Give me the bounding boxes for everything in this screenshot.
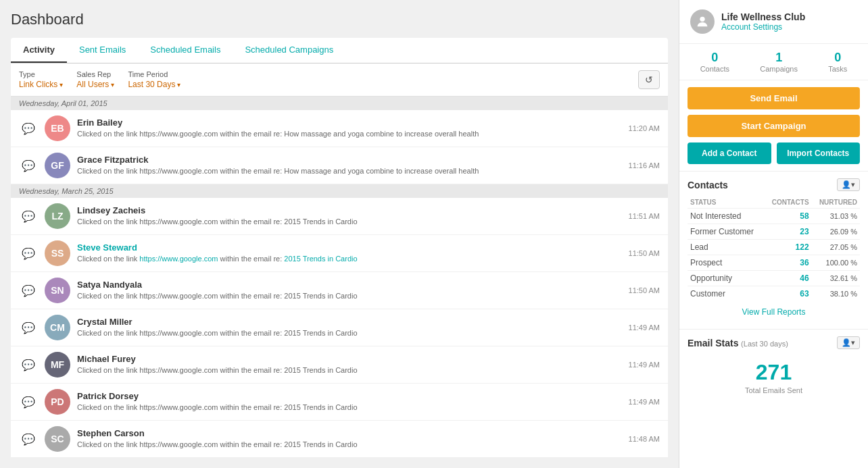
tasks-count: 0 — [828, 51, 847, 65]
table-row: 💬 LZ Lindsey Zacheis Clicked on the link… — [11, 198, 668, 235]
salesrep-filter-value[interactable]: All Users ▾ — [76, 80, 114, 89]
start-campaign-button[interactable]: Start Campaign — [688, 115, 860, 137]
activity-time: 11:50 AM — [629, 286, 660, 294]
email-stats-filter-button[interactable]: 👤▾ — [837, 336, 860, 349]
table-row: 💬 MF Michael Furey Clicked on the link h… — [11, 346, 668, 384]
activity-icon: 💬 — [19, 207, 38, 226]
table-row: 💬 CM Crystal Miller Clicked on the link … — [11, 309, 668, 346]
contacts-section-title: Contacts — [688, 180, 728, 190]
contacts-table-row: Lead 122 27.05 % — [688, 240, 860, 255]
contacts-filter-button[interactable]: 👤▾ — [837, 178, 860, 191]
activity-details: Crystal Miller Clicked on the link https… — [77, 317, 622, 338]
activity-details: Erin Bailey Clicked on the link https://… — [77, 118, 622, 138]
view-full-reports-link[interactable]: View Full Reports — [742, 307, 806, 317]
contact-name: Grace Fitzpatrick — [77, 155, 622, 165]
type-filter-value[interactable]: Link Clicks ▾ — [19, 80, 63, 89]
tab-scheduled-campaigns[interactable]: Scheduled Campaigns — [233, 38, 345, 63]
activity-list: Wednesday, April 01, 2015 💬 EB Erin Bail… — [11, 97, 668, 457]
activity-icon: 💬 — [19, 244, 38, 263]
contact-name-link[interactable]: Steve Steward — [77, 242, 622, 253]
tab-sent-emails[interactable]: Sent Emails — [67, 38, 138, 63]
contacts-table-row: Customer 63 38.10 % — [688, 286, 860, 302]
nurtured-cell: 27.05 % — [812, 240, 860, 255]
col-nurtured: Nurtured — [812, 197, 860, 209]
account-settings-link[interactable]: Account Settings — [721, 22, 805, 32]
avatar: SS — [45, 240, 70, 266]
activity-icon: 💬 — [19, 318, 38, 337]
total-emails-label: Total Emails Sent — [688, 386, 860, 394]
contact-name: Erin Bailey — [77, 118, 622, 128]
timeperiod-filter-arrow: ▾ — [177, 81, 180, 88]
activity-desc: Clicked on the link https://www.google.c… — [77, 440, 622, 449]
add-contact-button[interactable]: Add a Contact — [688, 142, 771, 164]
activity-time: 11:20 AM — [629, 124, 660, 132]
contact-buttons-row: Add a Contact Import Contacts — [688, 142, 860, 164]
activity-icon: 💬 — [19, 355, 38, 374]
nurtured-cell: 32.61 % — [812, 271, 860, 286]
send-email-button[interactable]: Send Email — [688, 87, 860, 109]
date-separator-1: Wednesday, April 01, 2015 — [11, 97, 668, 110]
activity-time: 11:48 AM — [629, 435, 660, 443]
desc-link[interactable]: https://www.google.com — [139, 255, 218, 263]
avatar: LZ — [45, 203, 70, 229]
avatar: EB — [45, 115, 70, 141]
activity-desc: Clicked on the link https://www.google.c… — [77, 402, 622, 412]
contacts-table: Status Contacts Nurtured Not Interested … — [688, 197, 860, 301]
activity-time: 11:49 AM — [629, 323, 660, 332]
account-name: Life Wellness Club — [721, 11, 805, 22]
activity-desc: Clicked on the link https://www.google.c… — [77, 291, 622, 301]
contacts-table-row: Not Interested 58 31.03 % — [688, 209, 860, 224]
stat-tasks: 0 Tasks — [828, 51, 847, 73]
status-cell: Lead — [688, 240, 765, 255]
contacts-section-header: Contacts 👤▾ — [688, 178, 860, 191]
col-contacts: Contacts — [765, 197, 812, 209]
contacts-table-row: Opportunity 46 32.61 % — [688, 271, 860, 286]
type-filter-arrow: ▾ — [59, 81, 63, 88]
salesrep-filter: Sales Rep All Users ▾ — [76, 70, 114, 89]
timeperiod-filter: Time Period Last 30 Days ▾ — [128, 70, 180, 89]
status-cell: Customer — [688, 286, 765, 302]
email-stats-title: Email Stats — [688, 338, 738, 348]
activity-desc: Clicked on the link https://www.google.c… — [77, 129, 622, 138]
total-emails-count: 271 — [688, 355, 860, 386]
table-row: 💬 EB Erin Bailey Clicked on the link htt… — [11, 110, 668, 147]
activity-details: Grace Fitzpatrick Clicked on the link ht… — [77, 155, 622, 176]
tab-scheduled-emails[interactable]: Scheduled Emails — [138, 38, 233, 63]
table-row: 💬 SN Satya Nandyala Clicked on the link … — [11, 272, 668, 309]
contacts-label: Contacts — [700, 65, 729, 73]
campaigns-label: Campaigns — [760, 65, 798, 73]
account-info: Life Wellness Club Account Settings — [721, 11, 805, 32]
activity-time: 11:51 AM — [629, 212, 660, 220]
activity-desc: Clicked on the link https://www.google.c… — [77, 254, 622, 263]
contact-name: Lindsey Zacheis — [77, 205, 622, 215]
contacts-cell: 23 — [765, 224, 812, 240]
nurtured-cell: 26.09 % — [812, 224, 860, 240]
stat-contacts: 0 Contacts — [700, 51, 729, 73]
activity-icon: 💬 — [19, 430, 38, 448]
desc-link2[interactable]: 2015 Trends in Cardio — [284, 255, 357, 263]
timeperiod-filter-label: Time Period — [128, 70, 180, 78]
contacts-table-row: Prospect 36 100.00 % — [688, 255, 860, 271]
account-header: Life Wellness Club Account Settings — [679, 0, 868, 44]
type-filter-label: Type — [19, 70, 63, 78]
avatar: CM — [45, 315, 70, 340]
avatar: GF — [45, 153, 70, 178]
activity-time: 11:50 AM — [629, 249, 660, 257]
import-contacts-button[interactable]: Import Contacts — [777, 142, 861, 164]
avatar: PD — [45, 389, 70, 415]
timeperiod-filter-value[interactable]: Last 30 Days ▾ — [128, 80, 180, 89]
tab-activity[interactable]: Activity — [11, 38, 67, 63]
salesrep-filter-label: Sales Rep — [76, 70, 114, 78]
tabs-bar: Activity Sent Emails Scheduled Emails Sc… — [11, 38, 668, 63]
stats-row: 0 Contacts 1 Campaigns 0 Tasks — [679, 44, 868, 80]
refresh-button[interactable]: ↺ — [638, 70, 660, 89]
avatar: SC — [45, 426, 70, 452]
stat-campaigns: 1 Campaigns — [760, 51, 798, 73]
date-separator-2: Wednesday, March 25, 2015 — [11, 184, 668, 198]
activity-icon: 💬 — [19, 392, 38, 411]
contacts-cell: 46 — [765, 271, 812, 286]
avatar: SN — [45, 278, 70, 303]
filters-bar: Type Link Clicks ▾ Sales Rep All Users ▾… — [11, 63, 668, 97]
nurtured-cell: 100.00 % — [812, 255, 860, 271]
view-reports: View Full Reports — [688, 301, 860, 322]
